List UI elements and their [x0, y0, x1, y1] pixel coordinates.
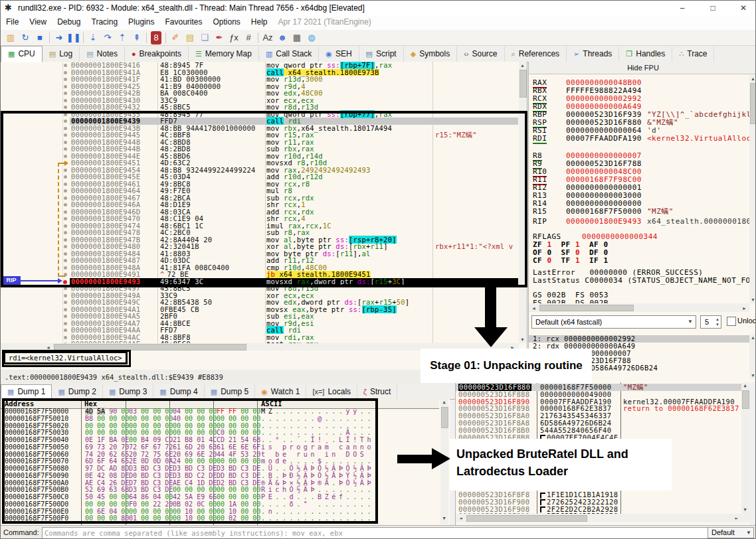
tab-call-stack[interactable]: ▥Call Stack	[259, 46, 319, 62]
breakpoint-dot[interactable]	[64, 85, 67, 88]
menu-item-plugins[interactable]: Plugins	[123, 15, 159, 27]
open-file-icon[interactable]: ▥	[3, 31, 18, 44]
registers-vscrollbar[interactable]: ▲ ▼	[749, 75, 756, 303]
breakpoint-dot[interactable]	[64, 322, 67, 325]
breakpoint-dot[interactable]	[64, 92, 67, 95]
disasm-row[interactable]: 00000001800E942BBA 008C0400mov edx,48C00	[1, 90, 518, 97]
tab-cpu[interactable]: ▦CPU	[1, 46, 43, 62]
disasm-row[interactable]: 00000001800E945E45:03D4add r10d,r12d	[1, 173, 518, 181]
hash-icon[interactable]: #	[241, 31, 256, 44]
menu-item-debug[interactable]: Debug	[52, 15, 86, 27]
tab-locals[interactable]: [x=]Locals	[306, 385, 357, 399]
tab-breakpoints[interactable]: ●Breakpoints	[125, 46, 189, 62]
breakpoint-dot[interactable]	[64, 119, 67, 123]
disasm-row[interactable]: 00000001800E948042:32041Bxor al,byte ptr…	[1, 243, 518, 250]
breakpoint-dot[interactable]	[64, 99, 67, 102]
stack-row[interactable]: 000000523D16F8880000000000049000	[456, 391, 749, 398]
menu-item-options[interactable]: Options	[207, 15, 245, 27]
step-over-icon[interactable]: ↷	[100, 31, 115, 44]
disasm-row[interactable]: 00000001800E94514D:63C2movsxd r8,r10d	[1, 159, 518, 167]
breakpoint-dot[interactable]	[64, 64, 67, 67]
menu-item-tracing[interactable]: Tracing	[86, 15, 124, 27]
menu-item-file[interactable]: File	[1, 15, 24, 27]
menu-item-help[interactable]: Help	[246, 15, 273, 27]
breakpoint-dot[interactable]	[64, 315, 67, 318]
tab-log[interactable]: ▤Log	[43, 46, 80, 62]
tab-memory-map[interactable]: ☰Memory Map	[189, 46, 259, 62]
hide-fpu-button[interactable]: Hide FPU	[529, 62, 756, 74]
breakpoint-dot[interactable]	[64, 147, 67, 151]
disasm-vscrollbar[interactable]: ▲ ▼	[519, 62, 527, 343]
calling-convention-select[interactable]: Default (x64 fastcall)▼	[531, 315, 696, 329]
tab-dump-4[interactable]: ▦Dump 4	[153, 385, 204, 399]
stack-row[interactable]: 000000523D16F9002726252423222120	[456, 499, 749, 506]
run-icon[interactable]: ➜	[52, 31, 66, 44]
tab-watch-1[interactable]: ◉Watch 1	[255, 385, 306, 399]
stack-vscrollbar[interactable]: ▲ ▼	[741, 382, 749, 514]
pause-icon[interactable]: ❚❚	[66, 31, 81, 44]
breakpoint-dot[interactable]	[64, 155, 67, 158]
disasm-row[interactable]: 00000001800E949C42:8B5438 50mov edx,dwor…	[1, 299, 518, 306]
breakpoint-dot[interactable]	[64, 336, 67, 339]
run-to-user-icon[interactable]: ⇞	[130, 31, 144, 44]
tab-dump-1[interactable]: ▦Dump 1	[1, 384, 52, 400]
comment-icon[interactable]: ▤	[183, 31, 197, 44]
restart-icon[interactable]: ↻	[18, 31, 33, 44]
disasm-row[interactable]: 00000001800E94AAFFD7call rdi	[1, 327, 518, 334]
disasm-row[interactable]: 00000001800E947048:C1E9 04shr rcx,4	[1, 215, 518, 222]
breakpoint-dot[interactable]	[64, 343, 67, 343]
breakpoint-dot[interactable]	[64, 133, 67, 137]
registers-panel[interactable]: Hide FPU RAX0000000000048B00RBXFFFFFE988…	[528, 62, 756, 382]
tab-threads[interactable]: ➢Threads	[567, 46, 619, 62]
disasm-row[interactable]: 00000001800E943245:8BC5mov r8d,r13d	[1, 104, 518, 111]
disasm-row[interactable]: 00000001800E94874D:03DCadd r11,r12	[1, 257, 518, 264]
disasm-row[interactable]: 00000001800E94784C:2BC0sub r8,rax	[1, 229, 518, 236]
breakpoint-dot[interactable]	[64, 287, 67, 290]
breakpoint-dot[interactable]	[64, 113, 67, 116]
dump-panel[interactable]: Address Hex ASCII 00000168F7F500004D 5A …	[1, 399, 450, 525]
breakpoint-dot[interactable]	[64, 294, 67, 297]
tab-struct[interactable]: ζStruct	[357, 385, 397, 399]
function-icon[interactable]: ƒx	[227, 31, 241, 44]
tab-dump-2[interactable]: ▦Dump 2	[52, 385, 102, 399]
command-profile-select[interactable]: Default▼	[708, 527, 754, 538]
disasm-row[interactable]: 00000001800E941648:8945 7Fmov qword ptr …	[1, 62, 518, 69]
disasm-row[interactable]: 00000001800E949745:8BC5mov r8d,r13d	[1, 285, 518, 292]
disasm-row[interactable]: 00000001800E941F41:BD 00300000mov r13d,3…	[1, 76, 518, 83]
tab-source[interactable]: ‹›Source	[457, 46, 504, 62]
disasm-row[interactable]: 00000001800E9491^72 BEjb x64_stealth.180…	[1, 271, 518, 278]
tab-notes[interactable]: ▤Notes	[80, 46, 125, 62]
breakpoint-dot[interactable]	[64, 78, 67, 81]
int3-breakpoint-icon[interactable]: 8	[151, 31, 161, 44]
tab-references[interactable]: ⌕References	[505, 46, 567, 62]
stop-icon[interactable]: ■	[33, 31, 47, 44]
disasm-row[interactable]: 00000001800E9439FFD7call rdi	[1, 117, 518, 125]
memory-icon[interactable]: ▦	[290, 31, 304, 44]
breakpoint-dot[interactable]	[64, 71, 67, 74]
tab-symbols[interactable]: ◆Symbols	[404, 46, 457, 62]
close-button[interactable]: ✕	[730, 1, 756, 15]
breakpoint-dot[interactable]	[64, 106, 67, 109]
disasm-row[interactable]: 00000001800E944B48:2BD8sub rbx,rax	[1, 145, 518, 153]
tab-dump-5[interactable]: ▦Dump 5	[205, 385, 255, 399]
tab-dump-3[interactable]: ▦Dump 3	[103, 385, 153, 399]
breakpoint-dot[interactable]	[64, 308, 67, 311]
breakpoint-dot[interactable]	[64, 127, 67, 130]
stack-row[interactable]: 000000523D16F8B0544A552840656F40	[456, 427, 749, 434]
args-vscrollbar[interactable]: ▲ ▼	[749, 334, 756, 379]
globe-icon[interactable]: ◍	[304, 31, 319, 44]
disasm-row[interactable]: 00000001800E946A48:D1E9shr rcx,1	[1, 201, 518, 208]
arg-count-stepper[interactable]: 5 ▲ ▼	[700, 315, 721, 329]
breakpoint-dot[interactable]	[63, 280, 67, 284]
stack-hscrollbar[interactable]: ◄ ►	[456, 514, 749, 522]
disasm-row[interactable]: 00000001800E94454C:8BF8mov r15,raxr15:"M…	[1, 131, 518, 139]
menu-item-favourites[interactable]: Favourites	[159, 15, 207, 27]
breakpoint-dot[interactable]	[64, 301, 67, 304]
highlight-icon[interactable]: ✒	[212, 31, 227, 44]
tab-trace[interactable]: ∴Trace	[672, 46, 714, 62]
breakpoint-dot[interactable]	[64, 329, 67, 332]
attach-icon[interactable]: ❏	[197, 31, 212, 44]
preferences-icon[interactable]: ☻	[275, 31, 290, 44]
patch-icon[interactable]: ✐	[168, 31, 183, 44]
minimize-button[interactable]: –	[669, 1, 696, 15]
